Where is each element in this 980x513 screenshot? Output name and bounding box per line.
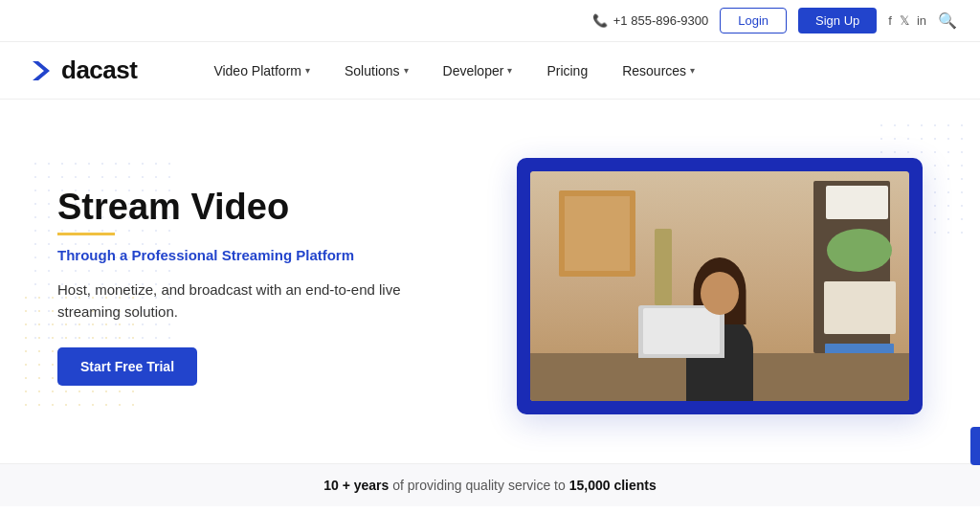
svg-marker-0	[33, 61, 50, 80]
video-player[interactable]	[530, 171, 909, 401]
person-face	[701, 272, 739, 315]
title-underline	[57, 233, 115, 235]
cork-board	[559, 190, 635, 277]
nav-item-developer[interactable]: Developer ▾	[443, 63, 513, 78]
hero-description: Host, monetize, and broadcast with an en…	[57, 279, 402, 323]
stats-bar: 10 + years of providing quality service …	[0, 463, 980, 506]
stats-clients: 15,000 clients	[569, 478, 657, 493]
linkedin-icon[interactable]: in	[917, 13, 926, 28]
hero-section: Stream Video Through a Professional Stre…	[0, 100, 980, 463]
signup-button[interactable]: Sign Up	[798, 8, 877, 33]
nav-item-solutions[interactable]: Solutions ▾	[345, 63, 409, 78]
stats-text-middle: of providing quality service to	[392, 478, 568, 493]
video-scene	[530, 171, 909, 401]
shelf-item	[826, 186, 888, 219]
search-icon[interactable]: 🔍	[938, 11, 957, 30]
chevron-down-icon: ▾	[305, 65, 310, 76]
hero-subtitle: Through a Professional Streaming Platfor…	[57, 247, 459, 263]
chevron-down-icon: ▾	[404, 65, 409, 76]
logo[interactable]: dacast	[29, 56, 137, 85]
frame-decoration	[824, 281, 896, 334]
video-player-wrapper	[517, 158, 923, 414]
logo-text: dacast	[61, 56, 137, 85]
navbar: dacast Video Platform ▾ Solutions ▾ Deve…	[0, 42, 980, 100]
stats-years: 10 + years	[323, 478, 389, 493]
top-bar: 📞 +1 855-896-9300 Login Sign Up f 𝕏 in 🔍	[0, 0, 980, 42]
nav-item-resources[interactable]: Resources ▾	[622, 63, 695, 78]
hero-content: Stream Video Through a Professional Stre…	[57, 187, 459, 386]
social-icons: f 𝕏 in	[888, 13, 926, 28]
logo-icon	[29, 57, 56, 84]
lamp	[655, 229, 672, 305]
start-free-trial-button[interactable]: Start Free Trial	[57, 347, 197, 386]
twitter-icon[interactable]: 𝕏	[900, 13, 909, 28]
nav-links: Video Platform ▾ Solutions ▾ Developer ▾…	[213, 63, 695, 78]
phone-number: 📞 +1 855-896-9300	[592, 13, 708, 28]
nav-item-pricing[interactable]: Pricing	[546, 63, 588, 78]
phone-icon: 📞	[592, 13, 608, 28]
chevron-down-icon: ▾	[507, 65, 512, 76]
laptop-screen	[643, 308, 720, 354]
chevron-down-icon: ▾	[690, 65, 695, 76]
facebook-icon[interactable]: f	[888, 13, 892, 28]
plant-decoration	[827, 229, 892, 272]
side-tab[interactable]	[970, 427, 980, 465]
nav-item-video-platform[interactable]: Video Platform ▾	[213, 63, 310, 78]
hero-title: Stream Video	[57, 187, 459, 235]
hero-video	[517, 158, 923, 414]
login-button[interactable]: Login	[720, 8, 787, 33]
